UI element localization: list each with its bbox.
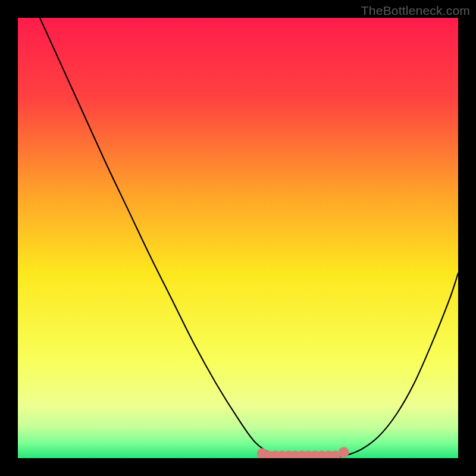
- chart-frame: TheBottleneck.com: [0, 0, 476, 476]
- plot-background: [18, 18, 458, 458]
- watermark-text: TheBottleneck.com: [361, 4, 470, 18]
- chart-svg: [0, 0, 476, 476]
- highlight-dot: [339, 447, 349, 458]
